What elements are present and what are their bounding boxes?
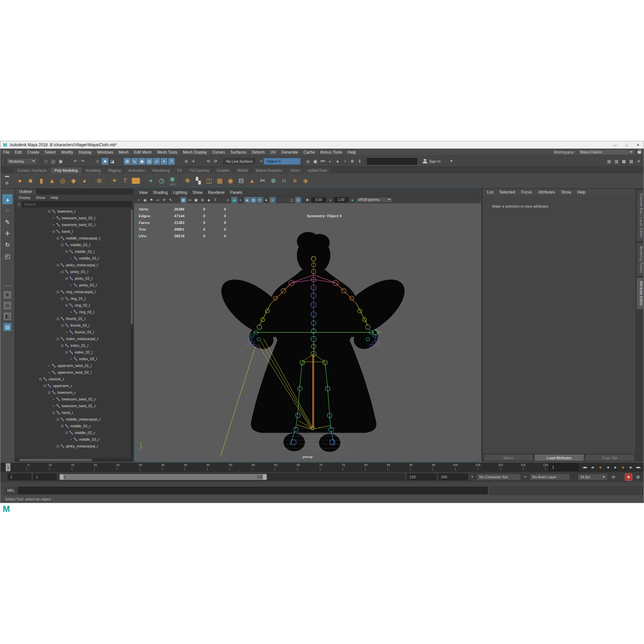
attribute-editor-menu-item[interactable]: Show bbox=[558, 190, 574, 195]
filter-icon[interactable]: ⊡ bbox=[16, 202, 22, 207]
timeline-tick[interactable]: 115 bbox=[501, 463, 523, 472]
menu-item[interactable]: UV bbox=[268, 150, 279, 155]
bevel-icon[interactable]: ◈ bbox=[301, 175, 311, 186]
tree-expander-icon[interactable]: ⊟ bbox=[56, 418, 60, 421]
timeline-tick[interactable]: 65 bbox=[275, 463, 298, 472]
outliner-item[interactable]: ⊟ index_01_l bbox=[15, 342, 133, 349]
menu-item[interactable]: Generate bbox=[278, 150, 301, 155]
tree-expander-icon[interactable]: ⊟ bbox=[56, 263, 60, 267]
tree-expander-icon[interactable]: • bbox=[69, 438, 73, 441]
svg-tool-icon[interactable]: svg bbox=[131, 175, 141, 186]
bridge-icon[interactable]: ∩ bbox=[279, 175, 289, 186]
viewport-menu-item[interactable]: Renderer bbox=[205, 190, 227, 195]
undo-icon[interactable]: ↶ bbox=[72, 158, 79, 165]
outliner-item[interactable]: • lowerarm_twist_01_r bbox=[15, 402, 133, 409]
playback-loop-icon[interactable]: ⟳ bbox=[610, 473, 617, 481]
outliner-persp-layout-button[interactable]: ▤ bbox=[3, 323, 12, 331]
snap-help-icon[interactable]: ? bbox=[168, 158, 175, 165]
render-settings-icon[interactable]: ◐ bbox=[327, 158, 333, 165]
shelf-gear-icon[interactable]: ⚙ bbox=[5, 181, 9, 185]
drag-handle[interactable]: ∷ bbox=[0, 463, 4, 472]
viewport-menu-item[interactable]: Show bbox=[190, 190, 205, 195]
chevron-down-icon[interactable] bbox=[524, 476, 526, 478]
outliner-item[interactable]: • lowerarm_twist_01_l bbox=[15, 221, 133, 228]
outliner-item[interactable]: • thumb_03_l bbox=[15, 329, 133, 335]
close-button[interactable]: ✕ bbox=[632, 141, 644, 149]
outliner-item[interactable]: • upperarm_twist_01_l bbox=[15, 362, 133, 369]
tree-expander-icon[interactable]: ⊟ bbox=[60, 424, 64, 428]
viewport-menu-item[interactable]: Panels bbox=[227, 190, 245, 195]
poly-cone-icon[interactable]: ▲ bbox=[47, 175, 57, 186]
separator[interactable] bbox=[219, 197, 225, 203]
range-end-handle[interactable] bbox=[263, 474, 266, 480]
select-camera-icon[interactable]: ▪ bbox=[136, 197, 142, 203]
gate-mask-icon[interactable]: ⊞ bbox=[200, 197, 206, 203]
shelf-tab[interactable]: Motion Graphics bbox=[252, 167, 286, 173]
multi-cut-icon[interactable]: ✂ bbox=[258, 175, 268, 186]
animation-preferences-icon[interactable]: ⚙ bbox=[634, 473, 642, 481]
outliner-item[interactable]: ⊟ pinky_metacarpal_l bbox=[15, 262, 133, 268]
playback-end-field[interactable]: 120 bbox=[407, 474, 436, 480]
snap-view-plane-icon[interactable]: ▱ bbox=[153, 158, 160, 165]
flat-shade-icon[interactable]: ◐ bbox=[238, 197, 244, 203]
timeline-tick[interactable]: 35 bbox=[140, 463, 162, 472]
save-scene-icon[interactable]: ▣ bbox=[57, 158, 64, 165]
timeline-tick[interactable]: 15 bbox=[50, 463, 72, 472]
grid-icon[interactable]: ▦ bbox=[180, 197, 186, 203]
step-back-frame-button[interactable]: |◀ bbox=[588, 463, 596, 471]
shadows-icon[interactable]: ● bbox=[263, 197, 269, 203]
timeline-tick[interactable]: 10 bbox=[27, 463, 49, 472]
outliner-search-input[interactable] bbox=[22, 201, 132, 207]
tree-expander-icon[interactable]: ⊟ bbox=[51, 411, 56, 415]
camera-bookmark-icon[interactable]: ⚑ bbox=[149, 197, 155, 203]
film-gate-icon[interactable]: ▭ bbox=[187, 197, 193, 203]
live-surface-field[interactable]: No Live Surface bbox=[223, 158, 255, 165]
timeline-tick[interactable]: 95 bbox=[411, 463, 433, 472]
go-to-start-button[interactable]: |◀◀ bbox=[581, 463, 588, 471]
outliner-item[interactable]: • lowerarm_twist_02_l bbox=[15, 215, 133, 221]
range-slider-track[interactable]: 1 120 bbox=[59, 473, 405, 481]
viewport-menu-item[interactable]: View bbox=[136, 190, 150, 195]
timeline-tick[interactable]: 30 bbox=[117, 463, 140, 472]
gamma-icon[interactable]: ◑ bbox=[327, 197, 333, 203]
workspace-select[interactable]: Maya Classic bbox=[578, 149, 635, 155]
outliner-item[interactable]: ⊟ middle_01_l bbox=[15, 241, 133, 248]
mirror-icon[interactable]: ◫ bbox=[204, 175, 214, 186]
outliner-item[interactable]: • middle_03_l bbox=[15, 255, 133, 262]
color-management-icon[interactable]: ● bbox=[350, 197, 356, 203]
timeline-tick[interactable]: 40 bbox=[162, 463, 185, 472]
reset-time-icon[interactable]: ◷ bbox=[157, 175, 167, 186]
time-slider[interactable]: ∷ 51015202530354045505560657075808590951… bbox=[0, 462, 644, 472]
tree-expander-icon[interactable]: • bbox=[51, 216, 56, 220]
menu-item[interactable]: Select bbox=[42, 150, 58, 155]
exposure-icon[interactable]: ❖ bbox=[305, 197, 311, 203]
tree-expander-icon[interactable]: ⊟ bbox=[47, 391, 51, 394]
timeline-tick[interactable]: 105 bbox=[455, 463, 478, 472]
outliner-menu-item[interactable]: Help bbox=[51, 196, 58, 200]
screen-space-ao-icon[interactable]: ◗ bbox=[270, 197, 276, 203]
chevron-down-icon[interactable] bbox=[260, 161, 262, 162]
paint-select-tool[interactable]: ✎ bbox=[2, 217, 12, 227]
playback-start-field[interactable]: 1 bbox=[33, 474, 57, 480]
channel-box-toggle-icon[interactable]: ▤ bbox=[606, 158, 612, 165]
quick-selection-input[interactable] bbox=[367, 158, 417, 165]
step-back-key-button[interactable]: ◀| bbox=[596, 463, 604, 471]
outliner-item[interactable]: ⊟ ring_01_l bbox=[15, 295, 133, 302]
outliner-item[interactable]: ⊟ hand_l bbox=[15, 228, 133, 235]
rotate-tool[interactable]: ↻ bbox=[2, 240, 12, 250]
fps-select[interactable]: 24 fps bbox=[578, 474, 608, 480]
make-live-icon[interactable]: ⌖ bbox=[161, 158, 167, 165]
tree-expander-icon[interactable]: ⊟ bbox=[56, 317, 60, 321]
outliner-item[interactable]: ⊟ ring_metacarpal_l bbox=[15, 288, 133, 295]
tree-expander-icon[interactable]: ⊟ bbox=[56, 290, 60, 294]
tree-expander-icon[interactable]: • bbox=[69, 310, 73, 314]
chevron-down-icon[interactable] bbox=[471, 476, 473, 478]
tree-expander-icon[interactable]: ⊟ bbox=[64, 277, 69, 280]
menu-item[interactable]: Edit bbox=[12, 150, 24, 155]
outliner-item[interactable]: • pinky_03_l bbox=[15, 282, 133, 288]
snap-point-icon[interactable]: ◉ bbox=[139, 158, 145, 165]
pause-viewport-icon[interactable]: ‖ bbox=[356, 158, 363, 165]
attribute-editor-menu-item[interactable]: List bbox=[484, 190, 496, 195]
shelf-tab[interactable]: XGen bbox=[286, 167, 304, 173]
timeline-tick[interactable]: 45 bbox=[185, 463, 207, 472]
